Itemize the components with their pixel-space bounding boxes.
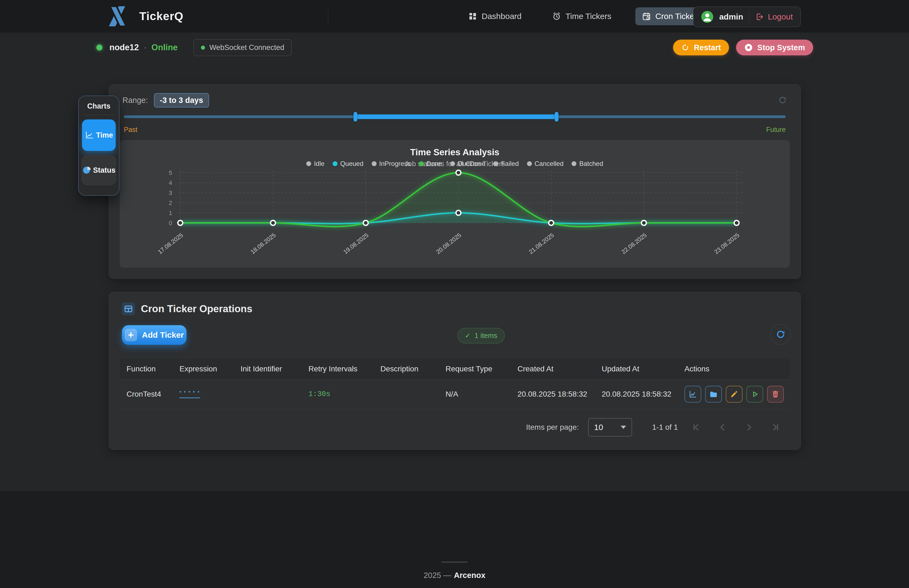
svg-text:5: 5	[169, 170, 172, 176]
line-chart-icon	[85, 130, 94, 140]
logout-button[interactable]: Logout	[755, 12, 793, 21]
column-header-created-at: Created At	[517, 365, 602, 373]
sidebar-item-time[interactable]: Time	[82, 120, 116, 151]
row-run-button[interactable]	[746, 386, 763, 402]
brand: TickerQ	[105, 0, 184, 32]
table-body: CronTest4* * * * *1:30sN/A20.08.2025 18:…	[120, 380, 790, 409]
svg-text:0: 0	[169, 220, 172, 226]
range-value-chip: -3 to 3 days	[154, 93, 209, 108]
restart-button[interactable]: Restart	[673, 40, 729, 55]
operations-title: Cron Ticker Operations	[141, 303, 252, 315]
row-open-button[interactable]	[705, 386, 722, 402]
items-per-page-value: 10	[594, 423, 603, 432]
row-delete-button[interactable]	[767, 386, 784, 402]
chevron-down-icon	[621, 426, 626, 429]
footer-text: 2025 —Arcenox	[0, 571, 909, 580]
svg-text:21.08.2025: 21.08.2025	[528, 231, 555, 255]
column-header-updated-at: Updated At	[602, 365, 685, 373]
next-page-button[interactable]	[740, 418, 758, 436]
refresh-icon	[775, 329, 786, 339]
page-footer: 2025 —Arcenox	[0, 491, 909, 588]
header-divider	[328, 8, 328, 24]
cron-expression-link[interactable]: * * * * *	[179, 390, 200, 398]
sidebar-item-status[interactable]: Status	[82, 155, 116, 185]
user-avatar-icon	[701, 11, 713, 23]
svg-text:2: 2	[169, 200, 172, 206]
play-icon	[751, 390, 759, 399]
svg-text:23.08.2025: 23.08.2025	[713, 231, 741, 255]
items-count-label: 1 items	[475, 331, 497, 340]
nav-time-tickers[interactable]: Time Tickers	[546, 7, 618, 25]
pie-chart-icon	[82, 166, 92, 175]
tickerq-app: TickerQ Dashboard Time Tickers	[0, 0, 909, 588]
dashboard-icon	[468, 12, 477, 21]
nav-label: Dashboard	[482, 12, 522, 21]
last-page-button[interactable]	[767, 418, 785, 436]
time-range-slider[interactable]	[124, 111, 786, 123]
past-label: Past	[124, 126, 137, 134]
cell-expression: * * * * *	[179, 390, 241, 398]
charts-sidebar-title: Charts	[87, 102, 110, 110]
svg-text:20.08.2025: 20.08.2025	[435, 231, 462, 255]
stop-icon	[744, 43, 753, 52]
table-icon	[122, 302, 135, 315]
chart-icon	[689, 390, 697, 399]
slider-handle-start[interactable]	[354, 112, 357, 122]
time-series-chart-card: Time Series Analysis Job statuses for al…	[120, 140, 790, 268]
logout-icon	[755, 13, 764, 21]
restart-label: Restart	[694, 43, 721, 52]
table-header-row: FunctionExpressionInit IdentifierRetry I…	[120, 359, 790, 380]
websocket-label: WebSocket Connected	[209, 44, 284, 52]
stop-system-button[interactable]: Stop System	[736, 40, 813, 55]
row-chart-button[interactable]	[685, 386, 701, 402]
user-menu[interactable]: admin Logout	[693, 6, 801, 27]
time-series-panel: Range: -3 to 3 days Past Future Time Ser…	[108, 84, 801, 279]
slider-handle-end[interactable]	[555, 112, 559, 122]
chevron-left-icon	[718, 423, 727, 431]
nav-dashboard[interactable]: Dashboard	[462, 7, 528, 25]
table-pagination: Items per page: 10 1-1 of 1	[526, 416, 785, 439]
add-ticker-label: Add Ticker	[142, 330, 184, 339]
column-header-description: Description	[380, 365, 446, 373]
range-refresh-icon[interactable]	[778, 95, 787, 105]
tickerq-logo-icon	[105, 3, 130, 29]
svg-text:17.08.2025: 17.08.2025	[157, 231, 184, 255]
slider-selected-range[interactable]	[355, 115, 557, 119]
cell-retry-intervals: 1:30s	[308, 390, 380, 398]
svg-text:3: 3	[169, 189, 172, 196]
previous-page-button[interactable]	[714, 418, 731, 436]
svg-text:19.08.2025: 19.08.2025	[342, 231, 370, 255]
main-nav: Dashboard Time Tickers Cron Tickers	[462, 0, 707, 32]
websocket-dot	[201, 45, 205, 50]
calendar-sync-icon	[642, 12, 651, 21]
first-page-button[interactable]	[687, 418, 704, 436]
add-ticker-button[interactable]: + Add Ticker	[122, 325, 187, 345]
items-per-page-select[interactable]: 10	[588, 418, 632, 436]
column-header-request-type: Request Type	[446, 365, 517, 373]
cron-ticker-operations-panel: Cron Ticker Operations + Add Ticker ✓ 1 …	[108, 292, 801, 450]
nav-label: Time Tickers	[565, 12, 612, 21]
column-header-retry-intervals: Retry Intervals	[308, 365, 380, 373]
node-online-label: Online	[152, 43, 178, 52]
footer-brand: Arcenox	[454, 571, 486, 580]
cell-request-type: N/A	[446, 390, 517, 399]
stop-label: Stop System	[757, 43, 805, 52]
footer-divider	[441, 562, 468, 562]
time-series-plot: 01234517.08.202518.08.202519.08.202520.0…	[120, 165, 790, 268]
column-header-function: Function	[126, 365, 179, 373]
row-edit-button[interactable]	[726, 386, 743, 402]
chevron-right-icon	[745, 423, 753, 431]
operations-header: Cron Ticker Operations	[122, 302, 252, 315]
table-row: CronTest4* * * * *1:30sN/A20.08.2025 18:…	[120, 380, 790, 409]
system-actions: Restart Stop System	[673, 32, 813, 63]
trash-icon	[771, 390, 780, 399]
slider-axis-labels: Past Future	[124, 126, 786, 134]
cell-function: CronTest4	[126, 390, 179, 399]
node-separator: ·	[144, 43, 147, 52]
logout-label: Logout	[768, 12, 793, 21]
cron-tickers-table: FunctionExpressionInit IdentifierRetry I…	[120, 359, 790, 409]
alarm-clock-icon	[552, 12, 561, 21]
refresh-table-button[interactable]	[770, 324, 791, 345]
cell-actions	[685, 386, 790, 402]
column-header-expression: Expression	[179, 365, 241, 373]
